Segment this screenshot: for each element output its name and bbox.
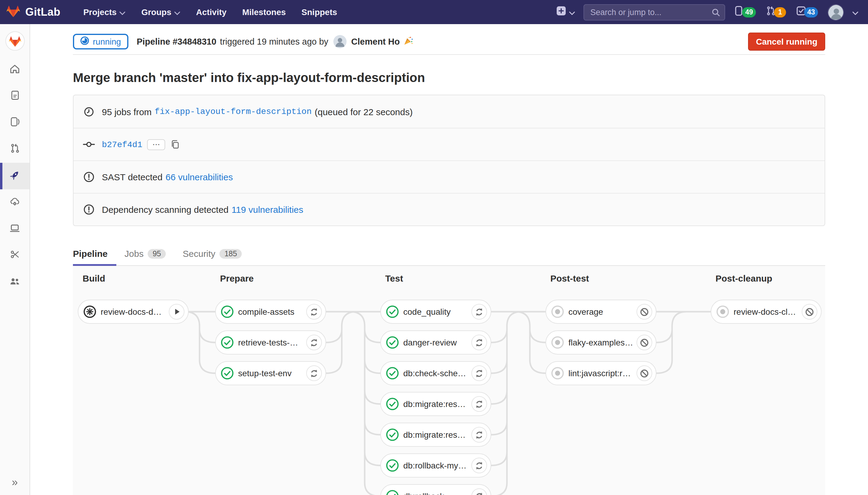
job-pill[interactable]: review-docs-cl… [711,300,821,324]
cancel-running-button[interactable]: Cancel running [748,33,825,51]
job-label: retrieve-tests-… [238,338,304,347]
stage-header-test: Test [385,273,403,284]
job-pill[interactable]: db:check-sche… [380,361,491,385]
user-avatar[interactable] [828,4,844,20]
nav-item-snippets[interactable]: Snippets [295,4,343,20]
author-avatar[interactable] [333,35,346,48]
retry-button[interactable] [471,335,487,350]
job-label: db:migrate:res… [403,399,469,409]
sidebar-item-snippets[interactable] [0,242,30,269]
job-label: setup-test-env [238,369,304,378]
main-content: running Pipeline #34848310 triggered 19 … [30,24,868,495]
job-pill[interactable]: danger-review [380,330,491,355]
job-label: db:migrate:res… [403,430,469,440]
sidebar-collapse-button[interactable]: » [0,476,30,489]
brand-name: GitLab [25,6,60,18]
stage-header-post-test: Post-test [550,273,589,284]
todos-counter-button[interactable]: 43 [796,5,819,19]
chevron-down-icon [174,7,180,17]
job-pill[interactable]: review-docs-d… [78,300,189,324]
job-pill[interactable]: flaky-examples… [545,330,656,355]
cancel-job-button[interactable] [637,365,652,381]
sidebar-item-members[interactable] [0,269,30,295]
people-icon [9,275,20,289]
commit-row: b27ef4d1 ⋯ [73,128,824,160]
retry-button[interactable] [471,396,487,412]
expand-commit-button[interactable]: ⋯ [147,139,165,150]
cancel-job-button[interactable] [802,304,817,320]
job-pill[interactable]: compile-assets [215,300,326,324]
job-pill[interactable]: setup-test-env [215,361,326,385]
job-pill[interactable]: coverage [545,300,656,324]
tab-security[interactable]: Security 185 [174,242,250,265]
nav-item-activity[interactable]: Activity [190,4,232,20]
job-label: flaky-examples… [569,338,634,347]
sidebar-item-issues[interactable] [0,110,30,136]
plus-square-icon [556,5,567,19]
retry-button[interactable] [306,304,322,320]
chevron-down-icon[interactable] [852,7,858,17]
project-sidebar: » [0,24,30,495]
gitlab-home-link[interactable]: GitLab [6,4,60,20]
retry-button[interactable] [471,365,487,381]
cancel-job-button[interactable] [637,335,652,350]
jobs-summary-row: 95 jobs from fix-app-layout-form-descrip… [73,95,824,128]
author-name[interactable]: Clement Ho [351,37,400,47]
success-status-icon [221,366,234,380]
sidebar-item-operations[interactable] [0,189,30,216]
alert-circle-icon [82,171,95,183]
job-label: code_quality [403,307,469,317]
job-pill[interactable]: retrieve-tests-… [215,330,326,355]
job-label: danger-review [403,338,469,347]
todos-count-badge: 43 [804,7,818,17]
retry-button[interactable] [471,488,487,495]
new-menu-button[interactable] [556,5,575,19]
copy-commit-button[interactable] [170,139,180,150]
sast-vulnerabilities-link[interactable]: 66 vulnerabilities [166,172,233,182]
merge-requests-counter-button[interactable]: 1 [765,5,787,19]
sidebar-item-merge-requests[interactable] [0,136,30,163]
branch-link[interactable]: fix-app-layout-form-description [155,107,312,116]
sidebar-item-ci-cd[interactable] [0,163,30,189]
sidebar-item-project-home[interactable] [0,57,30,83]
nav-item-groups[interactable]: Groups [135,4,187,20]
cancel-job-button[interactable] [637,304,652,320]
issues-icon [9,116,20,130]
dependency-vulnerabilities-link[interactable]: 119 vulnerabilities [231,204,303,215]
job-pill[interactable]: code_quality [380,300,491,324]
job-pill[interactable]: db:rollback-… [380,484,491,495]
job-pill[interactable]: lint:javascript:r… [545,361,656,385]
project-avatar[interactable] [5,31,24,51]
search-icon [712,7,721,19]
retry-button[interactable] [306,365,322,381]
job-label: db:check-sche… [403,369,469,378]
sidebar-item-registry[interactable] [0,216,30,242]
job-pill[interactable]: db:migrate:res… [380,423,491,447]
tab-pipeline[interactable]: Pipeline [73,242,116,265]
pipeline-meta-text: Pipeline #34848310 triggered 19 minutes … [137,35,414,48]
stage-header-prepare: Prepare [220,273,254,284]
success-status-icon [221,305,234,318]
issues-count-badge: 49 [742,7,756,17]
job-label: review-docs-d… [101,307,167,317]
play-button[interactable] [169,304,185,320]
search-input[interactable] [584,4,726,20]
job-label: db:rollback-my… [403,461,469,470]
nav-item-projects[interactable]: Projects [77,4,132,20]
merge-request-icon [9,143,20,156]
retry-button[interactable] [471,427,487,443]
retry-button[interactable] [471,458,487,473]
pipeline-header: running Pipeline #34848310 triggered 19 … [73,24,825,55]
pipeline-id: Pipeline #34848310 [137,37,216,47]
issues-counter-button[interactable]: 49 [734,5,758,19]
retry-button[interactable] [306,335,322,350]
job-pill[interactable]: db:rollback-my… [380,454,491,478]
file-icon [9,90,20,103]
security-count-badge: 185 [220,249,242,258]
commit-sha-link[interactable]: b27ef4d1 [102,140,142,149]
sidebar-item-repository[interactable] [0,83,30,110]
retry-button[interactable] [471,304,487,320]
nav-item-milestones[interactable]: Milestones [236,4,292,20]
tab-jobs[interactable]: Jobs 95 [116,242,174,265]
job-pill[interactable]: db:migrate:res… [380,392,491,416]
